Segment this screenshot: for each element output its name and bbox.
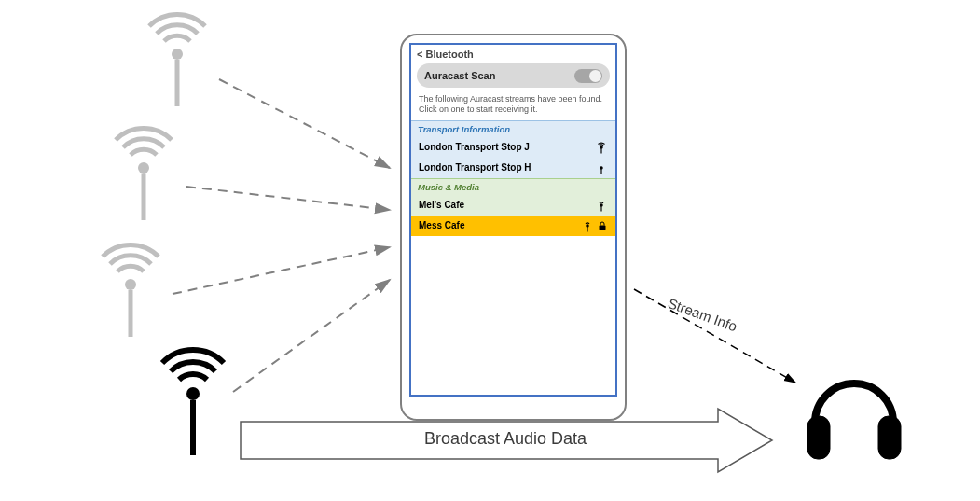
- svg-rect-8: [807, 416, 830, 459]
- antenna-icon: [595, 199, 608, 212]
- antenna-icon: [595, 161, 608, 174]
- antenna-icon: [595, 141, 608, 154]
- back-button[interactable]: < Bluetooth: [411, 45, 615, 62]
- stream-item[interactable]: London Transport Stop J: [411, 137, 615, 158]
- phone-frame: < Bluetooth Auracast Scan The following …: [400, 34, 627, 421]
- phone-screen: < Bluetooth Auracast Scan The following …: [409, 43, 617, 397]
- stream-item[interactable]: Mel's Cafe: [411, 195, 615, 216]
- svg-rect-9: [878, 416, 901, 459]
- signal-arrow: [186, 187, 390, 210]
- svg-point-12: [600, 166, 602, 168]
- headphones-icon: [807, 383, 901, 459]
- broadcast-label: Broadcast Audio Data: [300, 429, 711, 449]
- auracast-scan-toggle-row[interactable]: Auracast Scan: [417, 63, 610, 88]
- auracast-scan-label: Auracast Scan: [424, 70, 495, 81]
- svg-point-2: [138, 162, 149, 174]
- antenna-icon: [149, 14, 205, 106]
- svg-rect-18: [600, 225, 606, 230]
- toggle-switch[interactable]: [574, 69, 602, 83]
- signal-arrow: [173, 247, 390, 294]
- svg-point-4: [125, 279, 136, 290]
- antenna-icon: [103, 244, 159, 337]
- stream-item-selected[interactable]: Mess Cafe: [411, 216, 615, 236]
- antenna-icon: [116, 128, 172, 220]
- stream-item[interactable]: London Transport Stop H: [411, 158, 615, 178]
- category-header-music: Music & Media: [411, 178, 615, 195]
- signal-arrow: [219, 79, 390, 168]
- stream-item-label: London Transport Stop J: [419, 142, 530, 152]
- stream-item-label: London Transport Stop H: [419, 162, 531, 173]
- scan-description: The following Auracast streams have been…: [411, 90, 615, 120]
- svg-point-16: [587, 224, 588, 226]
- signal-arrow: [233, 280, 390, 392]
- stream-info-arrow: [634, 289, 795, 383]
- svg-point-0: [172, 49, 183, 60]
- antenna-icon: [581, 219, 594, 232]
- lock-icon: [597, 220, 608, 231]
- svg-point-10: [600, 146, 602, 147]
- category-header-transport: Transport Information: [411, 120, 615, 137]
- stream-item-label: Mess Cafe: [419, 220, 464, 230]
- svg-point-6: [186, 387, 200, 400]
- svg-point-14: [600, 203, 602, 205]
- stream-item-label: Mel's Cafe: [419, 200, 464, 210]
- antenna-icon-active: [162, 350, 224, 455]
